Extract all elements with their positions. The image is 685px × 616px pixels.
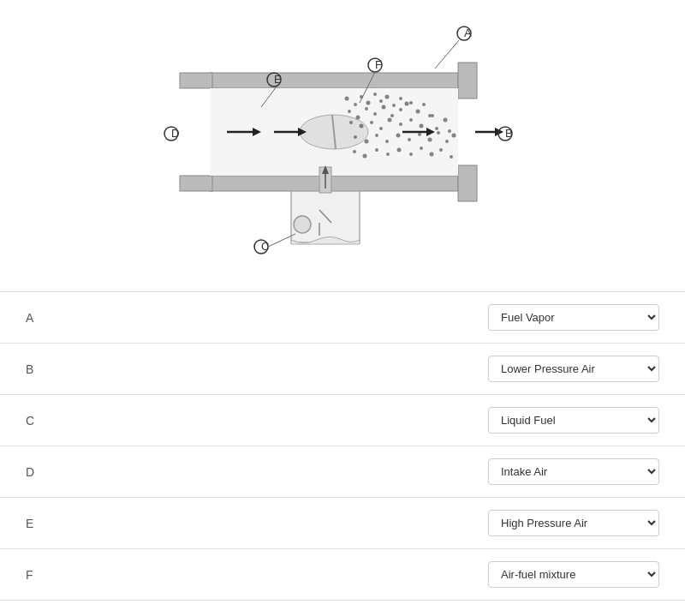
svg-point-27 [422, 103, 426, 106]
carburetor-diagram: A B C D E F [163, 21, 522, 278]
svg-point-61 [450, 155, 453, 158]
svg-point-49 [437, 131, 440, 135]
diagram-area: A B C D E F [0, 0, 685, 291]
svg-point-51 [452, 134, 456, 138]
svg-point-14 [385, 95, 390, 99]
svg-point-43 [375, 134, 378, 137]
svg-point-58 [420, 147, 423, 150]
svg-point-25 [409, 101, 413, 105]
svg-point-53 [363, 154, 367, 158]
svg-rect-1 [210, 176, 458, 191]
svg-point-40 [448, 129, 451, 133]
svg-point-21 [373, 112, 377, 116]
qa-select-wrap-d: Fuel VaporLower Pressure AirLiquid FuelI… [420, 458, 659, 485]
qa-select-e[interactable]: Fuel VaporLower Pressure AirLiquid FuelI… [488, 510, 659, 536]
svg-rect-2 [458, 63, 477, 99]
svg-point-22 [382, 105, 386, 110]
qa-select-c[interactable]: Fuel VaporLower Pressure AirLiquid FuelI… [488, 407, 659, 434]
qa-row-b: BFuel VaporLower Pressure AirLiquid Fuel… [0, 344, 685, 395]
svg-point-19 [356, 116, 360, 120]
svg-point-50 [445, 140, 449, 143]
svg-point-15 [392, 104, 396, 107]
qa-label-b: B [26, 362, 420, 376]
svg-point-16 [399, 97, 402, 100]
qa-row-d: DFuel VaporLower Pressure AirLiquid Fuel… [0, 446, 685, 498]
svg-point-12 [373, 93, 377, 96]
svg-point-77 [294, 216, 311, 233]
qa-section: AFuel VaporLower Pressure AirLiquid Fuel… [0, 292, 685, 601]
svg-point-31 [370, 121, 373, 124]
svg-point-37 [431, 114, 434, 117]
qa-row-f: FFuel VaporLower Pressure AirLiquid Fuel… [0, 549, 685, 601]
qa-select-wrap-e: Fuel VaporLower Pressure AirLiquid FuelI… [420, 510, 659, 536]
svg-point-24 [399, 108, 402, 111]
qa-select-wrap-f: Fuel VaporLower Pressure AirLiquid FuelI… [420, 561, 659, 588]
svg-point-35 [409, 118, 413, 122]
qa-row-c: CFuel VaporLower Pressure AirLiquid Fuel… [0, 395, 685, 446]
qa-label-c: C [26, 414, 420, 428]
svg-point-59 [430, 153, 434, 157]
svg-point-30 [360, 124, 364, 129]
svg-point-54 [375, 148, 378, 152]
qa-select-d[interactable]: Fuel VaporLower Pressure AirLiquid FuelI… [488, 458, 659, 485]
qa-select-wrap-b: Fuel VaporLower Pressure AirLiquid FuelI… [420, 356, 659, 382]
svg-point-26 [416, 110, 420, 114]
qa-label-f: F [26, 568, 420, 582]
svg-point-34 [399, 123, 402, 126]
svg-point-47 [418, 133, 421, 136]
svg-point-13 [379, 99, 383, 103]
svg-point-17 [405, 102, 409, 106]
svg-rect-0 [210, 73, 458, 88]
svg-point-11 [366, 101, 371, 105]
svg-rect-5 [180, 176, 212, 191]
qa-label-d: D [26, 465, 420, 479]
svg-point-29 [349, 121, 353, 124]
svg-point-39 [444, 118, 448, 123]
svg-point-41 [354, 135, 357, 139]
qa-select-f[interactable]: Fuel VaporLower Pressure AirLiquid FuelI… [488, 561, 659, 588]
svg-point-46 [408, 138, 411, 141]
qa-select-a[interactable]: Fuel VaporLower Pressure AirLiquid FuelI… [488, 304, 659, 331]
svg-line-80 [435, 40, 459, 69]
qa-select-b[interactable]: Fuel VaporLower Pressure AirLiquid FuelI… [488, 356, 659, 382]
svg-rect-4 [180, 73, 212, 88]
svg-point-60 [439, 148, 443, 152]
svg-point-18 [348, 110, 351, 113]
svg-point-44 [385, 140, 389, 143]
svg-point-9 [354, 103, 357, 106]
svg-point-55 [386, 153, 390, 156]
svg-point-8 [345, 97, 349, 101]
svg-point-32 [379, 127, 383, 130]
svg-point-52 [353, 150, 356, 153]
svg-point-38 [435, 127, 438, 130]
qa-row-e: EFuel VaporLower Pressure AirLiquid Fuel… [0, 498, 685, 549]
svg-point-57 [409, 153, 413, 156]
svg-point-45 [396, 134, 401, 138]
svg-point-42 [365, 140, 369, 144]
svg-point-48 [428, 138, 432, 142]
svg-point-20 [365, 107, 368, 111]
svg-point-56 [397, 148, 402, 153]
svg-point-36 [420, 124, 424, 129]
svg-point-23 [390, 114, 394, 117]
svg-rect-3 [458, 165, 477, 201]
qa-select-wrap-a: Fuel VaporLower Pressure AirLiquid FuelI… [420, 304, 659, 331]
qa-label-e: E [26, 517, 420, 530]
qa-select-wrap-c: Fuel VaporLower Pressure AirLiquid FuelI… [420, 407, 659, 434]
qa-row-a: AFuel VaporLower Pressure AirLiquid Fuel… [0, 292, 685, 344]
svg-point-33 [388, 118, 392, 123]
qa-label-a: A [26, 311, 420, 325]
